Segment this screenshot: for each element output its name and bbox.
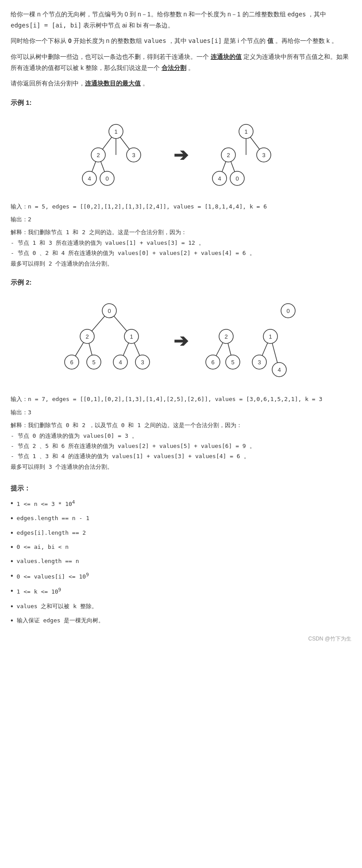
description-block: 给你一棵 n 个节点的无向树，节点编号为 0 到 n－1。给你整数 n 和一个长… <box>11 9 351 89</box>
hint-item-5: • values.length == n <box>11 556 351 566</box>
example2-input: 输入：n = 7, edges = [[0,1],[0,2],[1,3],[1,… <box>11 394 351 404</box>
hint-bullet-7: • <box>11 586 13 596</box>
example1-input: 输入：n = 5, edges = [[0,2],[1,2],[1,3],[2,… <box>11 201 351 212</box>
example2-expl: 解释：我们删除节点 0 和 2 ，以及节点 0 和 1 之间的边。这是一个合法分… <box>11 420 351 472</box>
example1-title: 示例 1: <box>11 97 351 108</box>
svg-text:0: 0 <box>105 175 108 182</box>
hint-text-6: 0 <= values[i] <= 109 <box>17 571 89 582</box>
hint-item-4: • 0 <= ai, bi < n <box>11 542 351 552</box>
hint-bullet-3: • <box>11 528 13 538</box>
example1-details: 输入：n = 5, edges = [[0,2],[1,2],[1,3],[2,… <box>11 201 351 269</box>
svg-text:4: 4 <box>277 366 281 373</box>
hint-item-6: • 0 <= values[i] <= 109 <box>11 571 351 582</box>
hint-bullet-5: • <box>11 556 13 566</box>
svg-text:1: 1 <box>244 128 247 135</box>
svg-text:1: 1 <box>130 333 133 340</box>
example2-tree-after: 0 2 6 5 1 3 4 <box>202 297 304 385</box>
arrow1: ➔ <box>173 140 189 170</box>
example1-diagram: 1 2 3 4 0 ➔ 1 2 3 4 0 <box>11 117 351 193</box>
hint-item-1: • 1 <= n <= 3 * 104 <box>11 498 351 509</box>
hint-item-7: • 1 <= k <= 109 <box>11 586 351 597</box>
hints-section: 提示： • 1 <= n <= 3 * 104 • edges.length =… <box>11 482 351 625</box>
svg-text:5: 5 <box>231 359 234 366</box>
hint-text-7: 1 <= k <= 109 <box>17 586 61 597</box>
svg-text:2: 2 <box>227 152 230 158</box>
hint-item-9: • 输入保证 edges 是一棵无向树。 <box>11 616 351 625</box>
svg-text:1: 1 <box>269 333 272 340</box>
hint-bullet-6: • <box>11 571 13 581</box>
example1-tree-before: 1 2 3 4 0 <box>72 117 160 193</box>
hint-bullet-4: • <box>11 542 13 552</box>
example1-tree-after: 1 2 3 4 0 <box>202 117 290 193</box>
svg-text:4: 4 <box>218 175 221 182</box>
desc-para1: 给你一棵 n 个节点的无向树，节点编号为 0 到 n－1。给你整数 n 和一个长… <box>11 9 351 31</box>
hint-item-2: • edges.length == n - 1 <box>11 513 351 523</box>
hint-item-3: • edges[i].length == 2 <box>11 528 351 538</box>
example2-tree-before: 0 2 1 6 5 4 3 <box>58 297 160 385</box>
hint-text-2: edges.length == n - 1 <box>17 513 89 523</box>
svg-text:4: 4 <box>119 359 122 366</box>
hint-text-8: values 之和可以被 k 整除。 <box>17 602 97 611</box>
hints-title: 提示： <box>11 482 351 494</box>
svg-text:2: 2 <box>85 333 89 340</box>
svg-text:5: 5 <box>92 359 95 366</box>
svg-text:3: 3 <box>132 152 135 158</box>
svg-text:3: 3 <box>258 359 261 366</box>
hint-text-3: edges[i].length == 2 <box>17 528 86 538</box>
arrow2: ➔ <box>173 326 189 356</box>
svg-text:1: 1 <box>114 128 117 135</box>
svg-text:6: 6 <box>70 359 73 366</box>
hint-text-5: values.length == n <box>17 556 79 566</box>
hint-bullet-8: • <box>11 602 13 611</box>
hint-text-9: 输入保证 edges 是一棵无向树。 <box>17 616 104 625</box>
desc-para4: 请你返回所有合法分割中，连通块数目的最大值 。 <box>11 78 351 89</box>
svg-text:0: 0 <box>286 308 289 314</box>
example2-output: 输出：3 <box>11 407 351 417</box>
desc-para2: 同时给你一个下标从 0 开始长度为 n 的整数数组 values ，其中 val… <box>11 35 351 46</box>
hint-item-8: • values 之和可以被 k 整除。 <box>11 602 351 611</box>
example1-expl: 解释：我们删除节点 1 和 2 之间的边。这是一个合法分割，因为： - 节点 1… <box>11 227 351 269</box>
hint-text-1: 1 <= n <= 3 * 104 <box>17 498 75 509</box>
hint-bullet-2: • <box>11 513 13 523</box>
hint-bullet-9: • <box>11 616 13 625</box>
example2-diagram: 0 2 1 6 5 4 3 ➔ 0 2 6 5 <box>11 297 351 385</box>
svg-text:0: 0 <box>108 308 111 314</box>
desc-para3: 你可以从树中删除一些边，也可以一条边也不删，得到若干连通块。一个 连通块的值 定… <box>11 51 351 73</box>
svg-text:3: 3 <box>141 359 144 366</box>
svg-text:2: 2 <box>96 152 100 158</box>
example1-output: 输出：2 <box>11 214 351 224</box>
footer: CSDN @竹下为生 <box>11 634 351 643</box>
svg-text:0: 0 <box>235 175 239 182</box>
example2-details: 输入：n = 7, edges = [[0,1],[0,2],[1,3],[1,… <box>11 394 351 472</box>
svg-text:3: 3 <box>262 152 265 158</box>
svg-text:2: 2 <box>224 333 227 340</box>
svg-text:4: 4 <box>88 175 91 182</box>
svg-text:6: 6 <box>211 359 214 366</box>
example2-title: 示例 2: <box>11 277 351 288</box>
hint-text-4: 0 <= ai, bi < n <box>17 542 69 552</box>
hint-bullet-1: • <box>11 498 13 508</box>
